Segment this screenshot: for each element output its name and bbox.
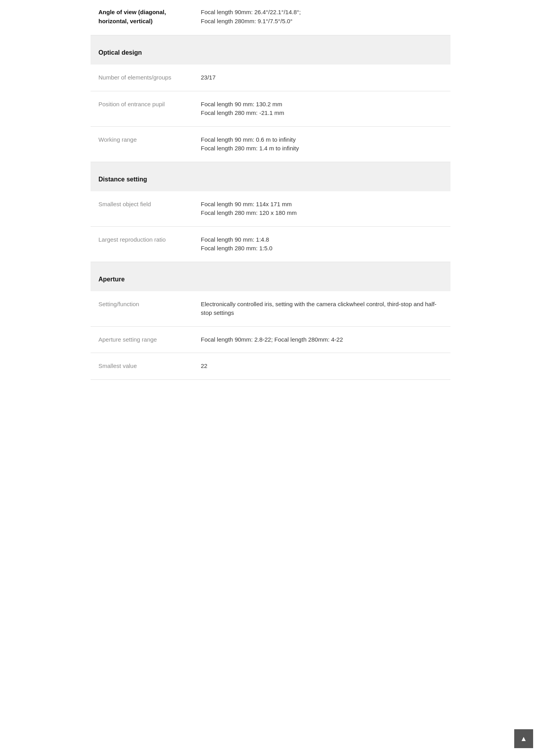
section-header-aperture: Aperture bbox=[91, 268, 450, 291]
section-header-distance-setting: Distance setting bbox=[91, 168, 450, 191]
spec-value: 23/17 bbox=[201, 73, 443, 82]
spec-row-largest-reproduction-ratio: Largest reproduction ratio Focal length … bbox=[91, 227, 450, 262]
section-divider bbox=[91, 35, 450, 41]
section-title: Aperture bbox=[98, 276, 125, 283]
spec-row-number-of-elements-groups: Number of elements/groups 23/17 bbox=[91, 65, 450, 91]
spec-label: Smallest value bbox=[98, 362, 201, 371]
spec-value: 22 bbox=[201, 362, 443, 371]
spec-label: Working range bbox=[98, 135, 201, 144]
spec-value: Focal length 90 mm: 130.2 mmFocal length… bbox=[201, 100, 443, 118]
spec-row-position-of-entrance-pupil: Position of entrance pupil Focal length … bbox=[91, 91, 450, 127]
angle-of-view-value: Focal length 90mm: 26.4°/22.1°/14.8°;Foc… bbox=[201, 8, 443, 26]
section-divider bbox=[91, 162, 450, 168]
spec-row-smallest-value: Smallest value 22 bbox=[91, 353, 450, 380]
spec-value: Focal length 90 mm: 0.6 m to infinityFoc… bbox=[201, 135, 443, 153]
spec-label: Number of elements/groups bbox=[98, 73, 201, 82]
spec-value: Focal length 90 mm: 1:4.8Focal length 28… bbox=[201, 235, 443, 253]
spec-value: Focal length 90mm: 2.8-22; Focal length … bbox=[201, 335, 443, 344]
spec-row-setting-function: Setting/function Electronically controll… bbox=[91, 291, 450, 327]
spec-label: Setting/function bbox=[98, 300, 201, 309]
spec-row-smallest-object-field: Smallest object field Focal length 90 mm… bbox=[91, 191, 450, 227]
angle-of-view-row: Angle of view (diagonal, horizontal, ver… bbox=[91, 0, 450, 35]
spec-label: Smallest object field bbox=[98, 200, 201, 209]
section-header-optical-design: Optical design bbox=[91, 41, 450, 65]
spec-label: Aperture setting range bbox=[98, 335, 201, 344]
spec-row-working-range: Working range Focal length 90 mm: 0.6 m … bbox=[91, 127, 450, 162]
spec-value: Focal length 90 mm: 114x 171 mmFocal len… bbox=[201, 200, 443, 218]
spec-row-aperture-setting-range: Aperture setting range Focal length 90mm… bbox=[91, 327, 450, 353]
section-title: Distance setting bbox=[98, 176, 147, 183]
angle-of-view-label: Angle of view (diagonal, horizontal, ver… bbox=[98, 8, 201, 26]
section-divider bbox=[91, 262, 450, 268]
spec-label: Largest reproduction ratio bbox=[98, 235, 201, 244]
section-title: Optical design bbox=[98, 49, 142, 56]
spec-label: Position of entrance pupil bbox=[98, 100, 201, 109]
page-container: Angle of view (diagonal, horizontal, ver… bbox=[91, 0, 450, 380]
spec-value: Electronically controlled iris, setting … bbox=[201, 300, 443, 318]
